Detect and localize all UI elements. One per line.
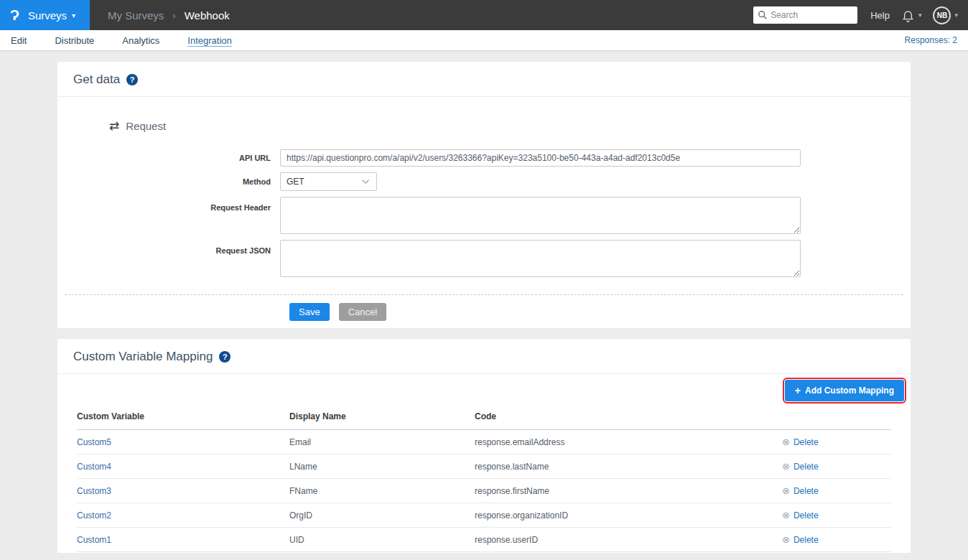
search-icon — [758, 10, 768, 20]
col-custom-variable: Custom Variable — [77, 411, 289, 421]
table-row: Custom1 UID response.userID ⊗ Delete — [77, 528, 891, 552]
custom-variable-link[interactable]: Custom3 — [77, 486, 289, 496]
display-name-cell: LName — [289, 462, 475, 472]
add-custom-mapping-button[interactable]: + Add Custom Mapping — [785, 380, 904, 401]
display-name-cell: Email — [289, 437, 475, 447]
custom-variable-mapping-card: Custom Variable Mapping ? + Add Custom M… — [57, 339, 911, 553]
delete-link[interactable]: Delete — [794, 510, 819, 521]
search-input[interactable] — [753, 6, 857, 24]
save-button[interactable]: Save — [289, 303, 330, 321]
breadcrumb-my-surveys[interactable]: My Surveys — [108, 9, 164, 22]
delete-circle-icon: ⊗ — [782, 437, 790, 447]
tab-edit[interactable]: Edit — [11, 35, 27, 46]
delete-action[interactable]: ⊗ Delete — [782, 510, 891, 521]
request-json-label: Request JSON — [57, 240, 280, 277]
product-name: Surveys — [28, 9, 67, 22]
table-row: Custom2 OrgID response.organizationID ⊗ … — [77, 503, 891, 528]
responses-count[interactable]: Responses: 2 — [905, 35, 957, 45]
custom-variable-link[interactable]: Custom1 — [77, 535, 289, 545]
chevron-down-icon: ▾ — [954, 11, 958, 19]
mapping-toolbar: + Add Custom Mapping — [57, 374, 911, 401]
breadcrumb-webhook: Webhook — [185, 9, 230, 22]
delete-link[interactable]: Delete — [794, 535, 819, 545]
chevron-down-icon: ▾ — [918, 11, 922, 19]
delete-action[interactable]: ⊗ Delete — [782, 485, 891, 496]
help-link[interactable]: Help — [870, 10, 890, 21]
request-section-title: Request — [126, 120, 166, 132]
custom-variable-link[interactable]: Custom4 — [77, 462, 289, 472]
code-cell: response.firstName — [475, 486, 782, 496]
custom-variable-link[interactable]: Custom5 — [77, 437, 289, 447]
mapping-title: Custom Variable Mapping — [73, 350, 213, 364]
tab-distribute[interactable]: Distribute — [55, 35, 94, 46]
help-icon[interactable]: ? — [126, 74, 138, 85]
api-url-input[interactable] — [280, 149, 801, 167]
col-display-name: Display Name — [289, 411, 475, 421]
delete-link[interactable]: Delete — [794, 437, 819, 447]
plus-icon: + — [795, 385, 801, 396]
display-name-cell: FName — [289, 486, 475, 496]
method-selected-value: GET — [287, 177, 304, 187]
custom-variable-link[interactable]: Custom2 — [77, 510, 289, 521]
form-divider — [65, 294, 903, 295]
code-cell: response.lastName — [475, 462, 782, 472]
request-section-header: ⇄ Request — [109, 118, 911, 134]
cancel-button[interactable]: Cancel — [339, 303, 386, 321]
delete-circle-icon: ⊗ — [782, 461, 790, 472]
request-form: API URL Method GET Request Header Reques… — [57, 149, 911, 277]
request-json-input[interactable] — [280, 240, 801, 277]
product-switcher[interactable]: Ɂ Surveys ▾ — [0, 0, 90, 30]
code-cell: response.organizationID — [475, 510, 782, 521]
method-select[interactable]: GET — [280, 172, 377, 191]
display-name-cell: OrgID — [289, 510, 475, 521]
avatar: NB — [933, 6, 951, 24]
get-data-card: Get data ? ⇄ Request API URL Method GET … — [57, 62, 911, 328]
mapping-table: Custom Variable Display Name Code Custom… — [77, 403, 891, 552]
breadcrumb-separator-icon: › — [172, 10, 175, 21]
tab-analytics[interactable]: Analytics — [122, 35, 159, 46]
request-header-input[interactable] — [280, 197, 801, 234]
add-custom-mapping-label: Add Custom Mapping — [805, 386, 894, 396]
top-bar: Ɂ Surveys ▾ My Surveys › Webhook Help ▾ … — [0, 0, 968, 30]
notifications-menu[interactable]: ▾ — [901, 9, 922, 22]
delete-action[interactable]: ⊗ Delete — [782, 461, 891, 472]
topbar-right: Help ▾ NB ▾ — [753, 6, 968, 24]
chevron-down-icon: ▾ — [72, 11, 75, 19]
help-icon[interactable]: ? — [219, 351, 231, 363]
delete-action[interactable]: ⊗ Delete — [782, 437, 891, 447]
survey-tabs: Edit Distribute Analytics Integration Re… — [0, 30, 968, 51]
table-row: Custom3 FName response.firstName ⊗ Delet… — [77, 479, 891, 503]
breadcrumb: My Surveys › Webhook — [108, 9, 230, 22]
get-data-title: Get data — [73, 73, 120, 87]
delete-circle-icon: ⊗ — [782, 510, 790, 521]
exchange-arrows-icon: ⇄ — [109, 118, 119, 134]
delete-circle-icon: ⊗ — [782, 534, 790, 545]
table-header-row: Custom Variable Display Name Code — [77, 403, 891, 430]
delete-action[interactable]: ⊗ Delete — [782, 534, 891, 545]
col-code: Code — [475, 411, 782, 421]
mapping-header: Custom Variable Mapping ? — [57, 339, 911, 374]
tab-integration[interactable]: Integration — [187, 35, 231, 46]
questionpro-logo-icon: Ɂ — [10, 7, 19, 24]
delete-link[interactable]: Delete — [794, 462, 819, 472]
account-menu[interactable]: NB ▾ — [933, 6, 958, 24]
code-cell: response.userID — [475, 535, 782, 545]
get-data-header: Get data ? — [57, 62, 911, 97]
display-name-cell: UID — [289, 535, 475, 545]
chevron-down-icon — [360, 177, 371, 187]
api-url-label: API URL — [57, 154, 280, 162]
code-cell: response.emailAddress — [475, 437, 782, 447]
request-header-label: Request Header — [57, 197, 280, 234]
search-box — [753, 6, 857, 24]
table-row: Custom4 LName response.lastName ⊗ Delete — [77, 454, 891, 479]
delete-link[interactable]: Delete — [794, 486, 819, 496]
table-row: Custom5 Email response.emailAddress ⊗ De… — [77, 430, 891, 454]
delete-circle-icon: ⊗ — [782, 485, 790, 496]
method-label: Method — [57, 177, 280, 186]
bell-icon — [901, 9, 915, 22]
form-actions: Save Cancel — [289, 303, 911, 321]
